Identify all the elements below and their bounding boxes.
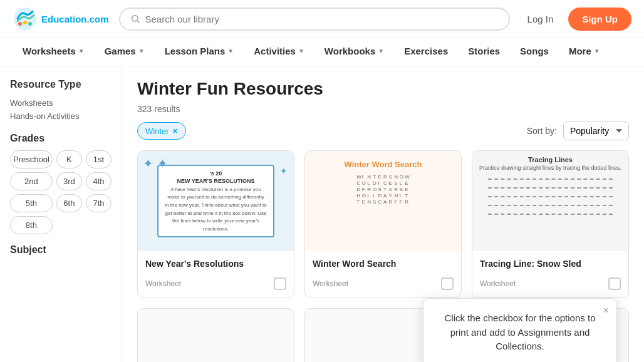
wws-container: Winter Word Search WINTERSNOW COLDICESLE… <box>305 151 461 251</box>
grade-7th[interactable]: 7th <box>86 194 112 212</box>
logo-icon <box>13 6 38 31</box>
card-body-tl: Tracing Line: Snow Sled <box>472 251 628 277</box>
wws-heading: Winter Word Search <box>341 156 426 173</box>
card-body-ny: New Year's Resolutions <box>138 251 294 277</box>
card-type-wws: Worksheet <box>313 279 348 288</box>
tooltip-text: Click the checkbox for the options to pr… <box>439 311 601 354</box>
content-area: Winter Fun Resources 323 results Winter … <box>122 66 644 362</box>
card-placeholder-1 <box>137 308 294 362</box>
wws-grid: WINTERSNOW COLDICESLE DFROSTARSK HOLIDAY… <box>354 173 412 206</box>
card-footer-ny: Worksheet <box>138 277 294 297</box>
sort-area: Sort by: Popularity Newest Rating <box>527 122 629 140</box>
svg-point-4 <box>132 16 137 21</box>
card-body-wws: Winter Word Search <box>305 251 461 277</box>
grade-6th[interactable]: 6th <box>56 194 82 212</box>
star-small: ✦ <box>280 166 288 176</box>
ny-decoration: ✦ ✦ ✦ 's 20NEW YEAR'S RESOLUTIONSA New Y… <box>138 151 294 251</box>
logo[interactable]: Education.com <box>13 6 109 31</box>
card-footer-wws: Worksheet <box>305 277 461 297</box>
grade-grid: Preschool K 1st 2nd 3rd 4th 5th 6th 7th … <box>10 150 112 234</box>
chevron-down-icon: ▼ <box>227 48 234 54</box>
nav-worksheets[interactable]: Worksheets ▼ <box>13 38 95 66</box>
search-bar[interactable] <box>119 8 510 31</box>
tl-container: Tracing LinesPractice drawing straight l… <box>472 151 628 251</box>
svg-point-1 <box>18 22 22 26</box>
grade-k[interactable]: K <box>56 150 82 168</box>
page-title: Winter Fun Resources <box>137 79 629 99</box>
svg-line-5 <box>137 21 140 23</box>
nav-activities[interactable]: Activities ▼ <box>244 38 314 66</box>
chevron-down-icon: ▼ <box>298 48 304 54</box>
card-footer-tl: Worksheet <box>472 277 628 297</box>
tl-dashed-line-5 <box>488 214 612 215</box>
star-decoration: ✦ ✦ <box>143 156 168 171</box>
results-count: 323 results <box>137 104 629 114</box>
ny-card-box: 's 20NEW YEAR'S RESOLUTIONSA New Year's … <box>157 165 274 238</box>
grade-5th[interactable]: 5th <box>10 194 53 212</box>
card-image-wws: Winter Word Search WINTERSNOW COLDICESLE… <box>305 151 461 251</box>
grade-3rd[interactable]: 3rd <box>56 172 82 190</box>
nav-games[interactable]: Games ▼ <box>95 38 155 66</box>
chevron-down-icon: ▼ <box>138 48 145 54</box>
filters-row: Winter × Sort by: Popularity Newest Rati… <box>137 122 629 140</box>
main-nav: Worksheets ▼ Games ▼ Lesson Plans ▼ Acti… <box>0 38 644 66</box>
card-tracing: Tracing LinesPractice drawing straight l… <box>472 150 629 298</box>
card-title-ny: New Year's Resolutions <box>145 259 286 269</box>
chevron-down-icon: ▼ <box>378 48 384 54</box>
grade-preschool[interactable]: Preschool <box>10 150 53 168</box>
sort-label: Sort by: <box>527 126 557 136</box>
grade-1st[interactable]: 1st <box>86 150 112 168</box>
tl-dashed-line-4 <box>488 205 612 206</box>
nav-lesson-plans[interactable]: Lesson Plans ▼ <box>155 38 244 66</box>
card-new-years: ✦ ✦ ✦ 's 20NEW YEAR'S RESOLUTIONSA New Y… <box>137 150 294 298</box>
remove-filter-icon[interactable]: × <box>173 126 178 136</box>
card-checkbox-wws[interactable] <box>441 277 454 290</box>
nav-more[interactable]: More ▼ <box>559 38 610 66</box>
signup-button[interactable]: Sign Up <box>568 8 631 31</box>
svg-point-2 <box>23 21 27 24</box>
nav-workbooks[interactable]: Workbooks ▼ <box>314 38 394 66</box>
svg-point-3 <box>28 22 32 26</box>
tl-dashed-line-3 <box>488 196 612 197</box>
grade-4th[interactable]: 4th <box>86 172 112 190</box>
card-type-ny: Worksheet <box>145 279 181 288</box>
grade-8th[interactable]: 8th <box>10 216 53 234</box>
logo-text: Education.com <box>41 14 109 24</box>
chevron-down-icon: ▼ <box>78 48 85 54</box>
sidebar: Resource Type Worksheets Hands-on Activi… <box>0 66 122 362</box>
grades-heading: Grades <box>10 133 112 144</box>
tooltip-close-button[interactable]: × <box>603 305 609 316</box>
card-checkbox-tl[interactable] <box>608 277 621 290</box>
nav-exercises[interactable]: Exercises <box>394 38 458 66</box>
resource-type-heading: Resource Type <box>10 79 112 90</box>
card-type-tl: Worksheet <box>480 279 516 288</box>
tl-dashed-line-2 <box>488 187 612 189</box>
winter-filter-tag[interactable]: Winter × <box>137 122 186 140</box>
search-input[interactable] <box>145 14 499 24</box>
tl-dashed-line-1 <box>488 178 612 180</box>
header: Education.com Log In Sign Up <box>0 0 644 38</box>
auth-area: Log In Sign Up <box>520 8 631 31</box>
tl-lines-container <box>488 173 612 215</box>
card-title-tl: Tracing Line: Snow Sled <box>480 259 621 269</box>
card-title-wws: Winter Word Search <box>313 259 454 269</box>
login-button[interactable]: Log In <box>520 9 561 29</box>
nav-stories[interactable]: Stories <box>458 38 510 66</box>
card-word-search: Winter Word Search WINTERSNOW COLDICESLE… <box>304 150 462 298</box>
subject-heading: Subject <box>10 244 112 256</box>
card-image-tl: Tracing LinesPractice drawing straight l… <box>472 151 628 251</box>
filter-tag-label: Winter <box>145 127 169 136</box>
active-filters: Winter × <box>137 122 186 140</box>
sidebar-link-activities[interactable]: Hands-on Activities <box>10 110 112 123</box>
card-image-ny: ✦ ✦ ✦ 's 20NEW YEAR'S RESOLUTIONSA New Y… <box>138 151 294 251</box>
search-icon <box>130 14 140 24</box>
nav-songs[interactable]: Songs <box>510 38 559 66</box>
sidebar-link-worksheets[interactable]: Worksheets <box>10 96 112 110</box>
tooltip-overlay: × Click the checkbox for the options to … <box>423 298 617 362</box>
chevron-down-icon: ▼ <box>594 48 600 54</box>
grade-2nd[interactable]: 2nd <box>10 172 53 190</box>
tl-header: Tracing LinesPractice drawing straight l… <box>479 156 621 171</box>
ny-card-text: 's 20NEW YEAR'S RESOLUTIONSA New Year's … <box>165 170 267 233</box>
sort-select[interactable]: Popularity Newest Rating <box>563 122 629 140</box>
card-checkbox-ny[interactable] <box>274 277 286 290</box>
